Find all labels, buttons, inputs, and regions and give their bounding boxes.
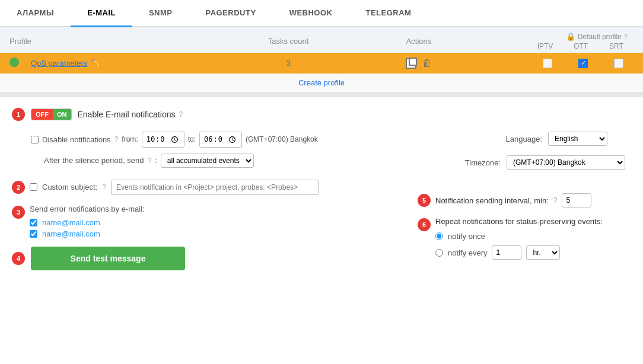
radio-every-row: notify every hr. min. day: [435, 245, 603, 260]
notify-every-input[interactable]: [492, 245, 521, 260]
delete-icon[interactable]: 🗑: [422, 58, 432, 69]
notify-every-unit-select[interactable]: hr. min. day: [526, 245, 560, 260]
interval-label: Notification sending interval, min:: [435, 196, 549, 205]
radio-notify-once[interactable]: [435, 232, 443, 240]
custom-subject-input[interactable]: [111, 180, 319, 195]
ott-check[interactable]: ✓: [574, 59, 592, 68]
language-label: Language:: [506, 135, 542, 143]
pencil-icon[interactable]: ✏️: [91, 59, 100, 68]
radio-once-row: notify once: [435, 232, 603, 241]
copy-icon[interactable]: [406, 58, 416, 69]
silence-dropdown[interactable]: all accumulated events only last event n…: [161, 154, 254, 168]
iptv-check[interactable]: [539, 59, 556, 68]
right-col: Language: English Russian Deutsch French…: [406, 132, 631, 270]
language-row: Language: English Russian Deutsch French…: [418, 132, 607, 146]
enable-help[interactable]: ?: [179, 110, 183, 119]
profile-table: Profile Tasks count Actions 🔒 Default pr…: [0, 27, 643, 92]
toggle[interactable]: OFF ON: [31, 108, 72, 120]
section1: 1 OFF ON Enable E-mail notifications ?: [12, 108, 631, 121]
profile-actions-cell: 🗑: [365, 58, 472, 69]
silence-help[interactable]: ?: [147, 157, 151, 165]
notify-every-label: notify every: [448, 248, 487, 257]
disable-notif-label: Disable notifications: [42, 135, 111, 144]
profile-link[interactable]: QoS parameters: [31, 59, 87, 68]
tab-webhook[interactable]: WEBHOOK: [273, 0, 349, 27]
tasks-count-link[interactable]: 3: [286, 59, 290, 68]
silence-label: After the silence period, send: [44, 156, 144, 165]
silence-colon: :: [155, 156, 157, 165]
section6: 6 Repeat notifications for status-preser…: [418, 217, 631, 260]
toggle-off[interactable]: OFF: [31, 109, 53, 120]
tab-alarmy[interactable]: АЛАРМЫ: [0, 0, 71, 27]
to-label: to:: [188, 135, 196, 143]
timezone-label: Timezone:: [465, 158, 501, 167]
two-col-layout: Disable notifications ? from: to: (GMT+0…: [12, 132, 631, 270]
profile-row: QoS parameters ✏️ 3 🗑 ✓: [0, 53, 643, 74]
section6-content: Repeat notifications for status-preservi…: [435, 217, 603, 260]
section4: 4 Send test message: [12, 247, 406, 270]
iptv-col-label: IPTV: [536, 42, 554, 50]
interval-help[interactable]: ?: [553, 196, 558, 205]
step2-num: 2: [12, 181, 25, 194]
srt-check[interactable]: [610, 59, 628, 68]
email1-checkbox[interactable]: [30, 219, 37, 226]
tabs-bar: АЛАРМЫ E-MAIL SNMP PAGERDUTY WEBHOOK TEL…: [0, 0, 643, 27]
step6-num: 6: [418, 218, 431, 231]
email-row-1: name@mail.com: [30, 218, 145, 227]
profile-name-cell: QoS parameters ✏️: [31, 59, 211, 68]
notify-once-label: notify once: [448, 232, 485, 241]
profile-checks-cell: ✓: [472, 59, 634, 68]
section5: 5 Notification sending interval, min: ?: [418, 193, 631, 207]
timezone-select[interactable]: (GMT+07:00) Bangkok (GMT+00:00) UTC (GMT…: [507, 155, 625, 170]
default-profile-label: Default profile: [578, 33, 622, 41]
ott-col-label: OTT: [572, 42, 590, 50]
tab-pagerduty[interactable]: PAGERDUTY: [189, 0, 272, 27]
status-dot: [9, 58, 19, 67]
custom-subject-help[interactable]: ?: [102, 183, 106, 191]
section3: 3 Send error notifications by e-mail: na…: [12, 205, 406, 238]
radio-notify-every[interactable]: [435, 249, 443, 257]
email1-text: name@mail.com: [42, 218, 100, 227]
disable-notif-row: Disable notifications ? from: to: (GMT+0…: [31, 132, 406, 148]
from-time-input[interactable]: [142, 132, 184, 148]
col-actions-header: Actions: [365, 37, 472, 46]
disable-notif-help[interactable]: ?: [114, 135, 119, 143]
step5-num: 5: [418, 194, 431, 207]
tab-snmp[interactable]: SNMP: [132, 0, 189, 27]
lock-icon: 🔒: [566, 32, 575, 41]
col-profile-header: Profile: [9, 37, 211, 46]
step3-num: 3: [12, 206, 25, 219]
left-col: Disable notifications ? from: to: (GMT+0…: [12, 132, 406, 270]
custom-subject-label: Custom subject:: [42, 183, 97, 191]
main-content: 1 OFF ON Enable E-mail notifications ? D…: [0, 97, 643, 281]
section3-content: Send error notifications by e-mail: name…: [30, 205, 145, 238]
custom-subject-checkbox[interactable]: [30, 183, 37, 191]
step1-num: 1: [12, 108, 25, 121]
toggle-on[interactable]: ON: [53, 109, 71, 120]
separator: [0, 92, 643, 97]
interval-input[interactable]: [562, 193, 591, 207]
to-time-input[interactable]: [199, 132, 242, 148]
default-profile-col: 🔒 Default profile ? IPTV OTT SRT: [472, 32, 634, 50]
silence-period-row: After the silence period, send ? : all a…: [44, 154, 406, 168]
create-profile-bar: Create profile: [0, 74, 643, 92]
email2-text: name@mail.com: [42, 229, 100, 238]
send-test-button[interactable]: Send test message: [31, 247, 185, 270]
section3-label: Send error notifications by e-mail:: [30, 205, 145, 213]
profile-tasks-cell: 3: [211, 59, 365, 68]
email2-checkbox[interactable]: [30, 230, 37, 238]
email-row-2: name@mail.com: [30, 229, 145, 238]
profile-status-cell: [9, 58, 31, 69]
language-select[interactable]: English Russian Deutsch French Spanish: [548, 132, 607, 146]
create-profile-link[interactable]: Create profile: [298, 78, 345, 87]
default-profile-help[interactable]: ?: [624, 33, 628, 40]
tab-email[interactable]: E-MAIL: [71, 0, 132, 27]
enable-label: Enable E-mail notifications: [78, 110, 176, 119]
tab-telegram[interactable]: TELEGRAM: [349, 0, 428, 27]
col-tasks-header: Tasks count: [211, 37, 365, 46]
srt-col-label: SRT: [607, 42, 625, 50]
section2: 2 Custom subject: ?: [12, 180, 406, 195]
timezone-inline: (GMT+07:00) Bangkok: [246, 135, 318, 143]
disable-notif-checkbox[interactable]: [31, 136, 39, 143]
from-label: from:: [122, 135, 138, 143]
